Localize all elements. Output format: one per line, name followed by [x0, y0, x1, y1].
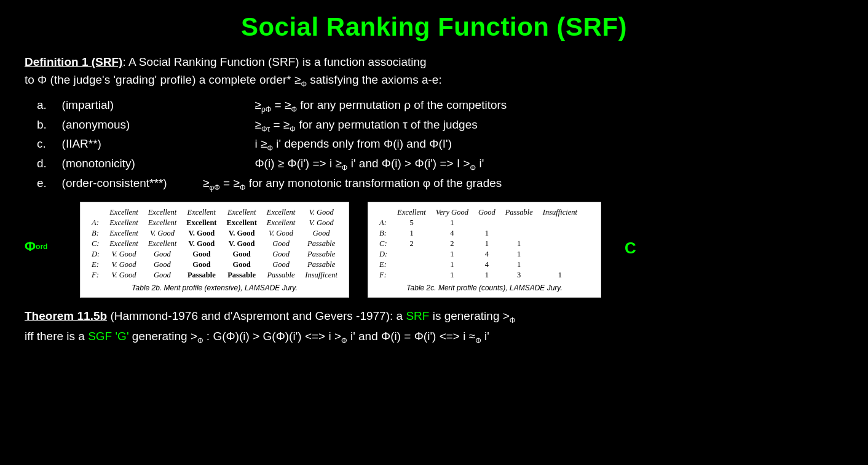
- theorem-text1: (Hammond-1976 and d'Aspremont and Gevers…: [107, 309, 406, 322]
- table-row: D: 141: [374, 249, 582, 260]
- table-row: C: Excellent Excellent V. Good V. Good G…: [87, 239, 342, 249]
- table-row: E: V. Good Good Good Good Good Passable: [87, 260, 342, 270]
- table-row: E: 141: [374, 260, 582, 270]
- axiom-letter-c: c.: [37, 135, 55, 153]
- axioms-list: a. (impartial) ≥ρΦ = ≥Φ for any permutat…: [37, 97, 843, 193]
- table-row: D: V. Good Good Good Good Good Passable: [87, 249, 342, 260]
- axiom-name-a: (impartial): [55, 97, 203, 114]
- definition-text1: : A Social Ranking Function (SRF) is a f…: [122, 55, 426, 68]
- axiom-formula-a: ≥ρΦ = ≥Φ for any permutation ρ of the co…: [203, 97, 843, 115]
- table2c-caption: Table 2c. Merit profile (counts), LAMSAD…: [374, 284, 594, 292]
- table-row: F: V. Good Good Passable Passable Passab…: [87, 270, 342, 280]
- definition-block: Definition 1 (SRF): A Social Ranking Fun…: [25, 53, 843, 90]
- table2b-caption: Table 2b. Merit profile (extensive), LAM…: [87, 284, 342, 292]
- table2b: Excellent Excellent Excellent Excellent …: [87, 207, 342, 280]
- definition-text2: to Φ (the judge's 'grading' profile) a c…: [25, 73, 442, 86]
- axiom-name-d: (monotonicity): [55, 155, 203, 173]
- axiom-letter-d: d.: [37, 155, 55, 173]
- table2b-container: Excellent Excellent Excellent Excellent …: [80, 202, 349, 298]
- definition-label: Definition 1 (SRF): [25, 55, 122, 68]
- theorem-text3: iff there is a: [25, 330, 88, 343]
- theorem-block: Theorem 11.5b (Hammond-1976 and d'Asprem…: [25, 306, 843, 348]
- axiom-letter-b: b.: [37, 116, 55, 134]
- axiom-row-c: c. (IIAR**) i ≥Φ i' depends only from Φ(…: [37, 135, 843, 154]
- table-row: B: 141: [374, 228, 582, 239]
- theorem-text2: is generating >Φ: [429, 309, 515, 322]
- axiom-formula-b: ≥Φτ = ≥Φ for any permutation τ of the ju…: [203, 116, 843, 135]
- table-row: B: Excellent V. Good V. Good V. Good V. …: [87, 228, 342, 239]
- axiom-name-e: (order-consistent***): [55, 175, 203, 193]
- axiom-letter-a: a.: [37, 97, 55, 114]
- phi-ord-label: Φord: [25, 202, 61, 255]
- theorem-sgf: SGF 'G': [88, 330, 128, 343]
- axiom-formula-c: i ≥Φ i' depends only from Φ(i) and Φ(I'): [203, 135, 843, 154]
- c-label: C: [620, 202, 638, 258]
- tables-section: Φord Excellent Excellent Excellent Excel…: [25, 202, 843, 298]
- table-row: A: 51: [374, 218, 582, 228]
- axiom-name-b: (anonymous): [55, 116, 203, 134]
- table2c: Excellent Very Good Good Passable Insuff…: [374, 207, 582, 280]
- axiom-row-b: b. (anonymous) ≥Φτ = ≥Φ for any permutat…: [37, 116, 843, 135]
- axiom-formula-d: Φ(i) ≥ Φ(i') => i ≥Φ i' and Φ(i) > Φ(i')…: [203, 155, 843, 173]
- table-row: C: 2211: [374, 239, 582, 249]
- table2c-container: Excellent Very Good Good Passable Insuff…: [368, 202, 601, 298]
- theorem-label: Theorem 11.5b: [25, 309, 107, 322]
- axiom-row-d: d. (monotonicity) Φ(i) ≥ Φ(i') => i ≥Φ i…: [37, 155, 843, 173]
- axiom-name-c: (IIAR**): [55, 135, 203, 153]
- theorem-srf: SRF: [406, 309, 429, 322]
- table-row: F: 1131: [374, 270, 582, 280]
- axiom-row-e: e. (order-consistent***) ≥φΦ = ≥Φ for an…: [37, 175, 843, 193]
- theorem-text4: generating >Φ : G(Φ)(i) > G(Φ)(i') <=> i…: [129, 330, 489, 343]
- axiom-row-a: a. (impartial) ≥ρΦ = ≥Φ for any permutat…: [37, 97, 843, 115]
- table-row: A: Excellent Excellent Excellent Excelle…: [87, 218, 342, 228]
- axiom-formula-e: ≥φΦ = ≥Φ for any monotonic transformatio…: [203, 175, 843, 193]
- axiom-letter-e: e.: [37, 175, 55, 193]
- page-title: Social Ranking Function (SRF): [25, 12, 843, 42]
